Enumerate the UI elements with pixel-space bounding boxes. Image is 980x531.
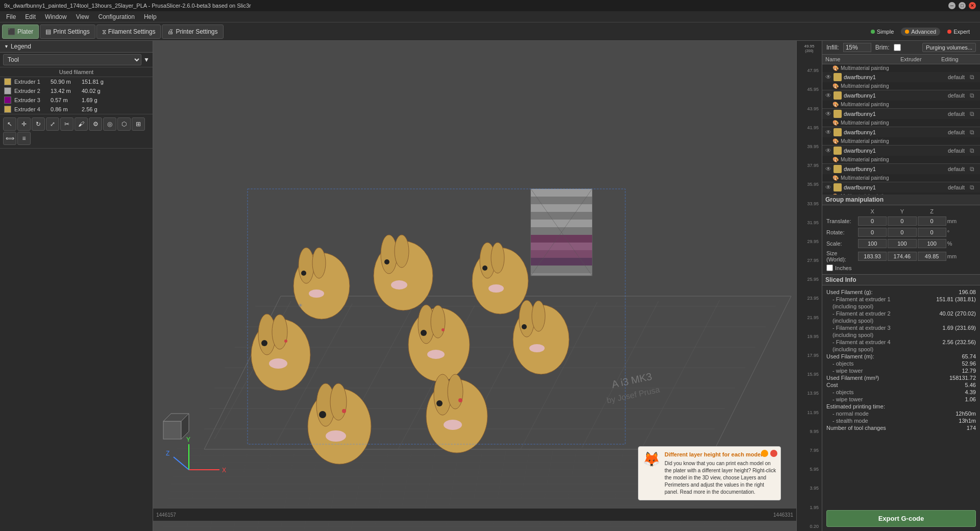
mode-expert-button[interactable]: Expert bbox=[943, 28, 974, 36]
header-editing: Editing bbox=[941, 56, 977, 62]
ext4-note: (including spool) bbox=[832, 346, 873, 352]
object-row[interactable]: 👁 dwarfbunny1 default ⧉ bbox=[822, 146, 980, 156]
tooltip-text-area: Different layer height for each model Di… bbox=[665, 451, 776, 496]
eye-icon[interactable]: 👁 bbox=[825, 147, 831, 154]
filament-settings-button[interactable]: ⧖ Filament Settings bbox=[96, 25, 161, 39]
object-row[interactable]: 👁 dwarfbunny1 default ⧉ bbox=[822, 90, 980, 101]
size-x-input[interactable] bbox=[858, 252, 887, 261]
stealth-mode-row: - stealth mode 13h1m bbox=[826, 417, 976, 424]
scale-x-input[interactable] bbox=[858, 239, 887, 248]
inches-row: Inches bbox=[826, 264, 976, 271]
ext1-value: 151.81 (381.81) bbox=[936, 296, 976, 302]
object-row[interactable]: 👁 dwarfbunny1 default ⧉ bbox=[822, 164, 980, 174]
object-row[interactable]: 👁 dwarfbunny1 default ⧉ bbox=[822, 109, 980, 119]
menu-help[interactable]: Help bbox=[140, 12, 161, 21]
eye-icon[interactable]: 👁 bbox=[825, 92, 831, 99]
header-name: Name bbox=[825, 56, 900, 62]
mm-sub-label: Multimaterial painting bbox=[841, 138, 889, 144]
rotate-y-input[interactable] bbox=[888, 228, 916, 237]
plater-icon: ⬛ bbox=[8, 28, 15, 35]
object-row[interactable]: 👁 dwarfbunny1 default ⧉ bbox=[822, 127, 980, 137]
tool-filter-select[interactable]: Tool bbox=[3, 54, 141, 65]
object-section: 👁 dwarfbunny1 default ⧉ 🎨 Multimaterial … bbox=[822, 182, 980, 195]
size-label: Size (World): bbox=[826, 250, 857, 262]
scale-y-input[interactable] bbox=[888, 239, 916, 248]
object-row[interactable]: 👁 dwarfbunny1 default ⧉ bbox=[822, 72, 980, 82]
tool-arrange[interactable]: ⊞ bbox=[132, 117, 145, 131]
cost-value: 5.46 bbox=[965, 382, 976, 388]
tool-scale[interactable]: ⤢ bbox=[46, 117, 59, 131]
size-y-input[interactable] bbox=[888, 252, 916, 261]
translate-z-input[interactable] bbox=[918, 216, 946, 226]
minimize-button[interactable]: ─ bbox=[948, 2, 955, 9]
used-filament-g-label: Used Filament (g): bbox=[826, 289, 872, 295]
obj-color-swatch bbox=[834, 91, 842, 100]
extruder2-color bbox=[4, 87, 11, 94]
tooltip-pin-button[interactable] bbox=[761, 450, 768, 457]
inches-checkbox[interactable] bbox=[826, 264, 833, 271]
scale-z-input[interactable] bbox=[918, 239, 946, 248]
tool-move[interactable]: ✛ bbox=[17, 117, 31, 131]
obj-edit-icon[interactable]: ⧉ bbox=[967, 165, 977, 173]
menu-window[interactable]: Window bbox=[41, 12, 71, 21]
ext2-row: - Filament at extruder 2 40.02 (270.02) bbox=[826, 310, 976, 317]
obj-edit-icon[interactable]: ⧉ bbox=[967, 92, 977, 99]
eye-icon[interactable]: 👁 bbox=[825, 184, 831, 191]
extruder1-color bbox=[4, 78, 11, 85]
eye-icon[interactable]: 👁 bbox=[825, 74, 831, 81]
rotate-x-input[interactable] bbox=[858, 228, 887, 237]
objects-list-header: Name Extruder Editing bbox=[822, 55, 980, 64]
obj-name: dwarfbunny1 bbox=[844, 111, 932, 117]
filament-mm3-value: 158131.72 bbox=[949, 375, 976, 381]
viewport[interactable]: 49.95(200) 47.95 45.95 43.95 41.95 39.95… bbox=[153, 41, 822, 531]
tool-mirror[interactable]: ⟺ bbox=[3, 132, 16, 145]
eye-icon[interactable]: 👁 bbox=[825, 110, 831, 117]
tool-fdm[interactable]: ⬡ bbox=[117, 117, 131, 131]
close-button[interactable]: ✕ bbox=[969, 2, 976, 9]
print-settings-icon: ▤ bbox=[45, 28, 51, 35]
eye-icon[interactable]: 👁 bbox=[825, 165, 831, 173]
plater-button[interactable]: ⬛ Plater bbox=[2, 25, 39, 39]
obj-edit-icon[interactable]: ⧉ bbox=[967, 184, 977, 191]
simple-dot bbox=[871, 30, 875, 34]
purging-volumes-button[interactable]: Purging volumes... bbox=[922, 43, 976, 52]
translate-y-input[interactable] bbox=[888, 216, 916, 226]
print-settings-button[interactable]: ▤ Print Settings bbox=[40, 25, 95, 39]
menu-configuration[interactable]: Configuration bbox=[94, 12, 139, 21]
obj-edit-icon[interactable]: ⧉ bbox=[967, 129, 977, 136]
ext4-note-row: (including spool) bbox=[826, 346, 976, 353]
obj-edit-icon[interactable]: ⧉ bbox=[967, 147, 977, 154]
ext2-value: 40.02 (270.02) bbox=[939, 310, 976, 317]
obj-color-swatch bbox=[834, 128, 842, 136]
tool-layers[interactable]: ≡ bbox=[17, 132, 31, 145]
size-z-input[interactable] bbox=[918, 252, 946, 261]
export-gcode-button[interactable]: Export G-code bbox=[826, 510, 976, 527]
tool-paint[interactable]: 🖌 bbox=[75, 117, 88, 131]
eye-icon[interactable]: 👁 bbox=[825, 129, 831, 136]
rotate-z-input[interactable] bbox=[918, 228, 946, 237]
tool-supports[interactable]: ⚙ bbox=[89, 117, 102, 131]
tool-seam[interactable]: ◎ bbox=[103, 117, 116, 131]
obj-edit-icon[interactable]: ⧉ bbox=[967, 74, 977, 81]
infill-input[interactable] bbox=[843, 43, 871, 52]
tooltip-close-button[interactable] bbox=[770, 450, 777, 457]
translate-x-input[interactable] bbox=[858, 216, 887, 226]
obj-name: dwarfbunny1 bbox=[844, 129, 932, 135]
printer-settings-button[interactable]: 🖨 Printer Settings bbox=[162, 25, 223, 39]
mode-simple-button[interactable]: Simple bbox=[867, 28, 898, 36]
ext1-note-row: (including spool) bbox=[826, 303, 976, 310]
menu-view[interactable]: View bbox=[72, 12, 93, 21]
tool-select[interactable]: ↖ bbox=[3, 117, 16, 131]
mode-advanced-button[interactable]: Advanced bbox=[901, 28, 940, 36]
maximize-button[interactable]: □ bbox=[959, 2, 966, 9]
translate-label: Translate: bbox=[826, 218, 857, 224]
obj-edit-icon[interactable]: ⧉ bbox=[967, 110, 977, 117]
object-row[interactable]: 👁 dwarfbunny1 default ⧉ bbox=[822, 182, 980, 192]
brim-checkbox[interactable] bbox=[894, 44, 901, 51]
objects-list: 👁 dwarfbunny1 default ⧉ 🎨 Multimaterial … bbox=[822, 72, 980, 195]
menu-edit[interactable]: Edit bbox=[21, 12, 40, 21]
menu-file[interactable]: File bbox=[2, 12, 20, 21]
obj-name: dwarfbunny1 bbox=[844, 148, 932, 154]
tool-cut[interactable]: ✂ bbox=[60, 117, 74, 131]
tool-rotate[interactable]: ↻ bbox=[32, 117, 45, 131]
